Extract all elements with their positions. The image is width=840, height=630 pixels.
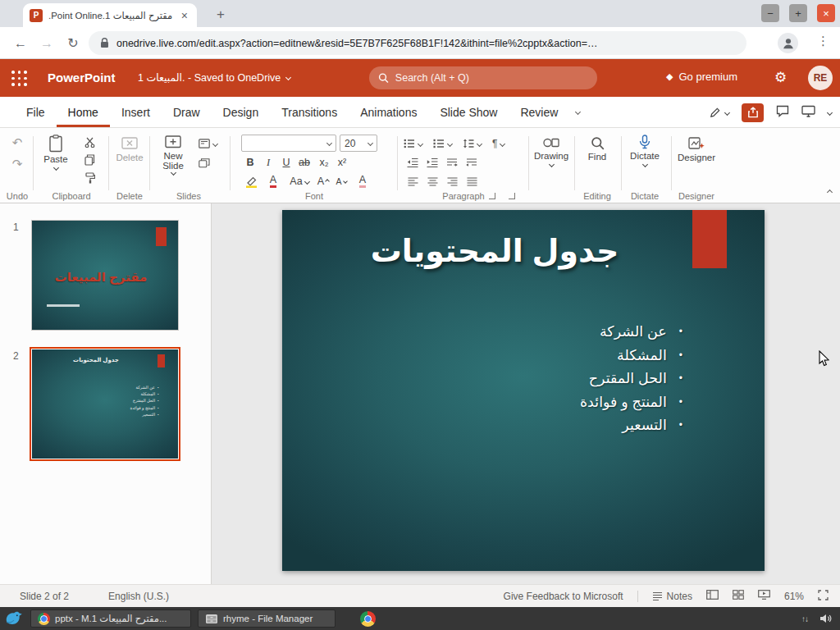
format-painter-button[interactable] bbox=[80, 170, 98, 186]
search-input[interactable] bbox=[395, 72, 588, 84]
file-manager-icon bbox=[205, 613, 218, 624]
numbering-button[interactable] bbox=[433, 135, 452, 152]
copy-button[interactable] bbox=[80, 152, 98, 168]
chevron-down-icon bbox=[641, 162, 647, 167]
slide-editor[interactable]: جدول المحتويات •عن الشركة •المشكلة •الحل… bbox=[282, 210, 765, 571]
dictate-button[interactable]: Dictate bbox=[625, 135, 664, 167]
align-left-button[interactable] bbox=[404, 173, 422, 189]
collapse-ribbon-button[interactable] bbox=[828, 184, 832, 196]
tab-file[interactable]: File bbox=[15, 97, 57, 127]
tab-transitions[interactable]: Transitions bbox=[270, 97, 349, 127]
highlight-color-button[interactable] bbox=[241, 173, 261, 189]
language-selector[interactable]: English (U.S.) bbox=[108, 591, 169, 602]
settings-gear-icon[interactable]: ⚙ bbox=[774, 69, 787, 86]
present-button[interactable] bbox=[801, 105, 815, 120]
undo-button[interactable]: ↶ bbox=[8, 135, 26, 151]
duplicate-slide-button[interactable] bbox=[199, 155, 210, 171]
more-commands-chevron-icon[interactable] bbox=[827, 109, 833, 115]
italic-button[interactable]: I bbox=[259, 154, 277, 171]
right-to-left-button[interactable] bbox=[463, 154, 481, 171]
normal-view-button[interactable] bbox=[706, 590, 719, 602]
comments-button[interactable] bbox=[776, 105, 789, 120]
tab-insert[interactable]: Insert bbox=[110, 97, 162, 127]
drawing-button[interactable]: Drawing bbox=[533, 136, 569, 167]
window-maximize-button[interactable]: + bbox=[789, 4, 807, 22]
font-color-button[interactable]: A bbox=[264, 173, 282, 189]
tab-close-icon[interactable]: × bbox=[179, 9, 190, 22]
font-size-combo[interactable]: 20 bbox=[340, 135, 377, 152]
document-title[interactable]: المبيعات 1. - Saved to OneDrive bbox=[138, 71, 290, 84]
slide-layout-button[interactable] bbox=[199, 135, 217, 152]
subscript-button[interactable]: x₂ bbox=[315, 154, 333, 171]
change-case-button[interactable]: Aa bbox=[287, 173, 312, 189]
editing-mode-pen-button[interactable] bbox=[709, 106, 729, 119]
tab-draw[interactable]: Draw bbox=[162, 97, 212, 127]
slide-title[interactable]: جدول المحتويات bbox=[282, 233, 707, 269]
feedback-link[interactable]: Give Feedback to Microsoft bbox=[504, 591, 623, 602]
paste-icon bbox=[48, 135, 63, 153]
notes-toggle[interactable]: Notes bbox=[652, 591, 692, 602]
align-center-button[interactable] bbox=[423, 173, 441, 189]
justify-button[interactable] bbox=[463, 173, 481, 189]
app-launcher-bird-icon[interactable] bbox=[4, 609, 24, 628]
align-right-icon bbox=[447, 177, 458, 186]
line-spacing-button[interactable] bbox=[463, 135, 482, 152]
forward-icon[interactable]: → bbox=[38, 34, 56, 52]
browser-tab[interactable]: P .Point Online.1 مقترح المبيعات × bbox=[23, 3, 197, 27]
superscript-button[interactable]: x² bbox=[333, 154, 351, 171]
decrease-indent-button[interactable] bbox=[404, 154, 422, 171]
app-launcher-icon[interactable] bbox=[11, 71, 27, 86]
slide-sorter-view-button[interactable] bbox=[733, 590, 744, 602]
slide-1-thumbnail[interactable]: مقترح المبيعات bbox=[31, 220, 179, 331]
zoom-level[interactable]: 61% bbox=[784, 591, 804, 602]
speaker-icon[interactable] bbox=[819, 614, 832, 623]
slideshow-view-button[interactable] bbox=[758, 590, 770, 602]
comment-icon bbox=[776, 105, 789, 117]
tab-review[interactable]: Review bbox=[509, 97, 569, 127]
font-name-combo[interactable] bbox=[241, 135, 336, 152]
window-close-button[interactable]: × bbox=[817, 4, 835, 22]
tab-design[interactable]: Design bbox=[212, 97, 271, 127]
left-to-right-button[interactable] bbox=[443, 154, 461, 171]
chrome-launcher-icon[interactable] bbox=[360, 611, 376, 627]
cut-button[interactable] bbox=[80, 134, 98, 150]
go-premium-button[interactable]: ◆ Go premium bbox=[666, 71, 737, 83]
grow-font-button[interactable]: A bbox=[315, 173, 331, 189]
designer-button[interactable]: Designer bbox=[676, 136, 717, 162]
browser-profile-button[interactable] bbox=[778, 33, 798, 53]
slide-2-thumbnail[interactable]: جدول المحتويات •عن الشركة •المشكلة •الحل… bbox=[31, 349, 179, 459]
increase-indent-button[interactable] bbox=[423, 154, 441, 171]
browser-menu-icon[interactable]: ⋮ bbox=[817, 34, 829, 48]
clear-formatting-button[interactable]: A bbox=[353, 173, 372, 189]
underline-button[interactable]: U bbox=[277, 154, 295, 171]
tab-home[interactable]: Home bbox=[57, 97, 110, 127]
redo-button[interactable]: ↷ bbox=[8, 156, 26, 172]
back-icon[interactable]: ← bbox=[11, 34, 30, 52]
arrow-up-icon bbox=[325, 179, 330, 184]
text-direction-button[interactable]: ¶ bbox=[492, 135, 504, 152]
taskbar-window-file-manager[interactable]: rhyme - File Manager bbox=[198, 609, 336, 628]
paste-button[interactable]: Paste bbox=[38, 135, 74, 170]
tab-animations[interactable]: Animations bbox=[349, 97, 428, 127]
bold-button[interactable]: B bbox=[241, 154, 259, 171]
search-box[interactable] bbox=[369, 66, 597, 89]
align-right-button[interactable] bbox=[443, 173, 461, 189]
fit-to-window-button[interactable] bbox=[818, 590, 829, 603]
bullets-button[interactable] bbox=[404, 135, 422, 152]
delete-button[interactable]: Delete bbox=[113, 136, 146, 162]
address-bar[interactable]: onedrive.live.com/edit.aspx?action=editn… bbox=[89, 31, 746, 55]
new-tab-button[interactable]: + bbox=[212, 6, 230, 24]
more-tabs-chevron-icon[interactable] bbox=[569, 97, 587, 127]
shrink-font-button[interactable]: A bbox=[333, 173, 349, 189]
taskbar-window-powerpoint[interactable]: pptx - M.1 مقترح المبيعات... bbox=[30, 609, 191, 628]
new-slide-button[interactable]: New Slide bbox=[154, 135, 192, 175]
strikethrough-button[interactable]: ab bbox=[295, 154, 313, 171]
network-activity-icon[interactable]: ↑↓ bbox=[801, 614, 808, 623]
slide-bullet-list[interactable]: •عن الشركة •المشكلة •الحل المقترح •المنت… bbox=[580, 320, 682, 437]
tab-slide-show[interactable]: Slide Show bbox=[428, 97, 509, 127]
account-avatar[interactable]: RE bbox=[808, 66, 833, 90]
reload-icon[interactable]: ↻ bbox=[64, 34, 82, 52]
window-minimize-button[interactable]: − bbox=[761, 4, 779, 22]
find-button[interactable]: Find bbox=[579, 136, 615, 162]
share-button[interactable] bbox=[742, 103, 764, 122]
